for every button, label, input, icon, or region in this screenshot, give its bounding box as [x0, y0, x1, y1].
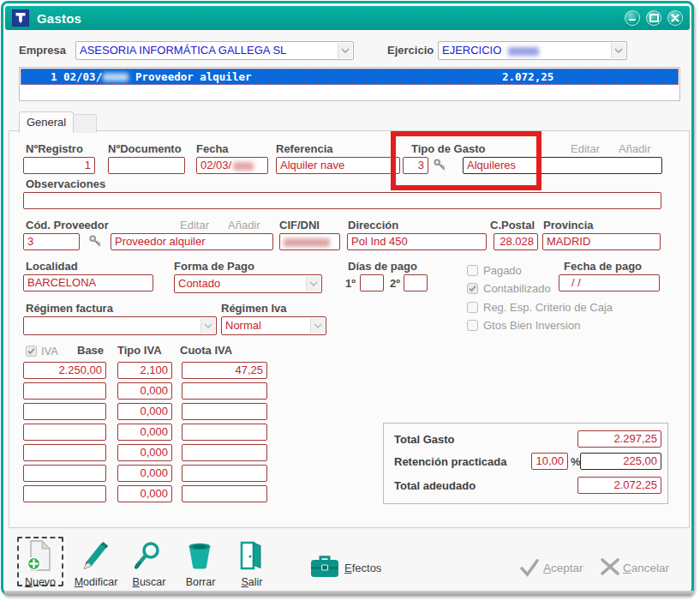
- ejercicio-label: Ejercicio: [387, 44, 434, 57]
- nregistro-field[interactable]: 1: [23, 157, 95, 174]
- direccion-label: Dirección: [348, 219, 398, 231]
- fecha-pago-field[interactable]: / /: [559, 274, 660, 291]
- edit-pen-icon[interactable]: [77, 540, 108, 574]
- regimen-factura-combobox[interactable]: [23, 316, 217, 335]
- redacted-value: [508, 47, 539, 56]
- borrar-button[interactable]: Borrar: [182, 576, 219, 588]
- key-icon[interactable]: [433, 158, 447, 176]
- records-list[interactable]: 1 02/03/ Proveedor alquiler 2.072,25: [19, 67, 680, 101]
- iva-base-field[interactable]: [23, 382, 106, 400]
- editar-link[interactable]: Editar: [571, 142, 600, 155]
- dia1-field[interactable]: [360, 274, 384, 291]
- redacted-value: [103, 73, 129, 81]
- efectos-button[interactable]: Efectos: [344, 562, 381, 574]
- proveedor-name-field[interactable]: Proveedor alquiler: [111, 233, 273, 250]
- nuevo-button[interactable]: Nuevo: [17, 576, 63, 588]
- salir-button[interactable]: Salir: [235, 576, 269, 588]
- pagado-checkbox[interactable]: [467, 265, 478, 276]
- provincia-field[interactable]: MADRID: [542, 233, 661, 250]
- tab-general[interactable]: General: [19, 111, 74, 133]
- base-header: Base: [77, 344, 104, 357]
- cuota-iva-header: Cuota IVA: [180, 344, 232, 357]
- cif-label: CIF/DNI: [279, 219, 320, 231]
- ejercicio-value: EJERCICIO: [442, 44, 501, 57]
- iva-tipo-field[interactable]: 0,000: [117, 403, 172, 420]
- key-icon[interactable]: [88, 234, 103, 252]
- new-record-icon[interactable]: [26, 539, 53, 575]
- ejercicio-combobox[interactable]: EJERCICIO: [438, 41, 627, 60]
- accept-check-icon[interactable]: [519, 558, 540, 580]
- iva-tipo-field[interactable]: 0,000: [117, 382, 172, 400]
- aceptar-button[interactable]: Aceptar: [543, 562, 583, 574]
- fecha-field[interactable]: 02/03/: [196, 157, 268, 174]
- trash-icon[interactable]: [185, 540, 214, 574]
- proveedor-label: Cód. Proveedor: [26, 219, 109, 231]
- cancelar-button[interactable]: Cancelar: [623, 562, 669, 574]
- iva-tipo-field[interactable]: 0,000: [117, 465, 172, 482]
- close-button[interactable]: [667, 10, 683, 26]
- observaciones-field[interactable]: [23, 192, 661, 209]
- regimen-iva-combobox[interactable]: Normal: [221, 316, 326, 335]
- maximize-button[interactable]: [646, 10, 661, 26]
- record-num: 1: [51, 70, 57, 83]
- total-adeudado-field: 2.072,25: [577, 477, 661, 494]
- direccion-field[interactable]: Pol Ind 450: [347, 233, 487, 250]
- empresa-combobox[interactable]: ASESORIA INFORMÁTICA GALLEGA SL: [75, 41, 354, 60]
- iva-base-field[interactable]: [23, 424, 106, 441]
- retencion-pct-field[interactable]: 10,00: [531, 453, 568, 470]
- iva-cuota-field[interactable]: [182, 444, 267, 461]
- chevron-down-icon: [611, 43, 625, 58]
- referencia-field[interactable]: Alquiler nave: [276, 157, 400, 174]
- selected-record-row[interactable]: 1 02/03/ Proveedor alquiler 2.072,25: [21, 69, 679, 85]
- proveedor-anadir-link[interactable]: Añadir: [228, 219, 260, 231]
- iva-base-field[interactable]: 2.250,00: [23, 362, 106, 379]
- iva-cuota-field[interactable]: [182, 424, 267, 441]
- dia2-field[interactable]: [404, 274, 428, 291]
- pagado-label: Pagado: [483, 264, 522, 277]
- proveedor-editar-link[interactable]: Editar: [180, 219, 209, 231]
- forma-pago-combobox[interactable]: Contado: [174, 274, 322, 293]
- iva-cuota-field[interactable]: [182, 403, 267, 420]
- search-icon[interactable]: [132, 540, 163, 574]
- fecha-label: Fecha: [196, 142, 229, 155]
- tab-stub: [73, 114, 97, 133]
- iva-tipo-field[interactable]: 0,000: [117, 424, 172, 441]
- minimize-button[interactable]: [625, 10, 640, 26]
- iva-base-field[interactable]: [23, 485, 106, 502]
- tipo-gasto-name-field[interactable]: Alquileres: [463, 157, 662, 174]
- iva-cuota-field[interactable]: 47,25: [182, 362, 267, 379]
- ndocumento-field[interactable]: [108, 157, 185, 174]
- reg-esp-checkbox[interactable]: [467, 302, 478, 313]
- cpostal-field[interactable]: 28.028: [494, 233, 538, 250]
- redacted-value: [233, 162, 254, 171]
- localidad-field[interactable]: BARCELONA: [23, 274, 153, 291]
- anadir-link[interactable]: Añadir: [619, 142, 651, 155]
- redacted-value: [284, 238, 330, 247]
- iva-tipo-field[interactable]: 2,100: [117, 362, 172, 379]
- tipo-gasto-code-field[interactable]: 3: [403, 157, 428, 174]
- buscar-button[interactable]: Buscar: [129, 576, 170, 588]
- cif-field[interactable]: [279, 233, 340, 250]
- iva-cuota-field[interactable]: [182, 485, 267, 502]
- exit-door-icon[interactable]: [238, 540, 264, 574]
- iva-tipo-field[interactable]: 0,000: [117, 444, 172, 461]
- iva-tipo-field[interactable]: 0,000: [117, 485, 172, 502]
- iva-cuota-field[interactable]: [182, 382, 267, 400]
- retencion-label: Retención practicada: [394, 455, 507, 468]
- iva-base-field[interactable]: [23, 444, 106, 461]
- gtos-bien-checkbox[interactable]: [467, 320, 478, 331]
- proveedor-code-field[interactable]: 3: [23, 233, 80, 250]
- dia2-label: 2º: [390, 277, 400, 290]
- briefcase-icon[interactable]: [310, 556, 339, 582]
- iva-cuota-field[interactable]: [182, 465, 267, 482]
- iva-base-field[interactable]: [23, 465, 106, 482]
- contabilizado-label: Contabilizado: [483, 282, 551, 295]
- modificar-button[interactable]: Modificar: [69, 576, 123, 588]
- cancel-x-icon[interactable]: [600, 557, 620, 580]
- referencia-label: Referencia: [276, 142, 332, 155]
- contabilizado-checkbox[interactable]: [467, 283, 478, 294]
- iva-checkbox[interactable]: [26, 346, 37, 357]
- retencion-amount-field[interactable]: 225,00: [580, 453, 661, 470]
- close-icon: [671, 14, 679, 22]
- iva-base-field[interactable]: [23, 403, 106, 420]
